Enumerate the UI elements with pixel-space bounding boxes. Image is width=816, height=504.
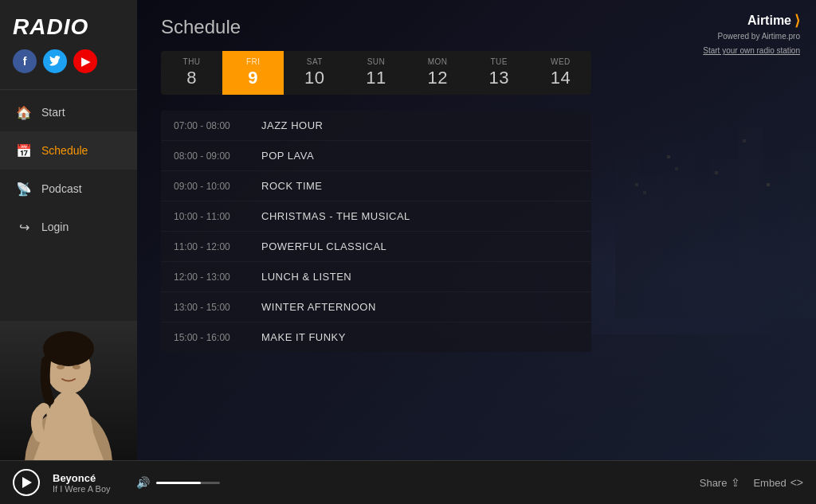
- facebook-button[interactable]: f: [13, 49, 37, 73]
- day-wed-num: 14: [551, 68, 571, 88]
- day-sat[interactable]: SAT 10: [284, 51, 345, 95]
- day-sun-name: SUN: [367, 57, 386, 66]
- show-time: 09:00 - 10:00: [174, 181, 261, 192]
- player-bar: Beyoncé If I Were A Boy 🔊 Share ⇪ Embed …: [0, 460, 816, 504]
- show-time: 13:00 - 15:00: [174, 302, 261, 313]
- airtime-promo: Airtime ⟩ Powered by Airtime.pro Start y…: [703, 12, 800, 57]
- show-time: 07:00 - 08:00: [174, 120, 261, 131]
- svg-point-6: [57, 365, 65, 369]
- day-sun[interactable]: SUN 11: [345, 51, 406, 95]
- schedule-row[interactable]: 09:00 - 10:00 ROCK TIME: [161, 171, 591, 201]
- show-name: JAZZ HOUR: [261, 119, 323, 131]
- share-label: Share: [700, 477, 728, 489]
- svg-point-7: [73, 365, 80, 369]
- day-wed[interactable]: WED 14: [530, 51, 591, 95]
- day-mon-num: 12: [427, 68, 447, 88]
- show-time: 08:00 - 09:00: [174, 150, 261, 162]
- show-time: 10:00 - 11:00: [174, 211, 261, 222]
- day-fri-num: 9: [248, 68, 258, 88]
- sidebar-item-schedule-label: Schedule: [41, 144, 88, 157]
- podcast-icon: 📡: [16, 181, 32, 197]
- sidebar-item-start-label: Start: [41, 106, 65, 119]
- artist-image: [0, 321, 137, 460]
- sidebar-item-podcast-label: Podcast: [41, 182, 82, 195]
- schedule-table: 07:00 - 08:00 JAZZ HOUR 08:00 - 09:00 PO…: [161, 111, 591, 352]
- day-fri-name: FRI: [246, 57, 261, 66]
- start-station-link[interactable]: Start your own radio station: [703, 46, 800, 55]
- calendar-icon: 📅: [16, 143, 32, 158]
- main-content: Airtime ⟩ Powered by Airtime.pro Start y…: [137, 0, 816, 460]
- volume-section: 🔊: [136, 476, 220, 489]
- show-name: POWERFUL CLASSICAL: [261, 240, 386, 252]
- volume-icon: 🔊: [136, 476, 150, 489]
- day-mon[interactable]: MON 12: [407, 51, 469, 95]
- youtube-button[interactable]: ▶: [73, 49, 97, 73]
- track-artist: Beyoncé: [53, 472, 111, 484]
- day-tue-name: TUE: [491, 57, 508, 66]
- day-sun-num: 11: [366, 68, 386, 88]
- sidebar-divider: [0, 89, 137, 90]
- schedule-title: Schedule: [161, 16, 792, 38]
- airtime-logo-text: Airtime: [747, 14, 791, 28]
- volume-fill: [156, 482, 201, 484]
- powered-text: Powered by Airtime.pro: [703, 31, 800, 42]
- content-inner: Airtime ⟩ Powered by Airtime.pro Start y…: [137, 0, 816, 460]
- schedule-row[interactable]: 07:00 - 08:00 JAZZ HOUR: [161, 111, 591, 141]
- play-button[interactable]: [13, 469, 40, 496]
- album-art: [0, 321, 137, 460]
- embed-icon: <>: [790, 476, 803, 489]
- home-icon: 🏠: [16, 104, 32, 120]
- show-name: ROCK TIME: [261, 180, 323, 192]
- day-thu-name: THU: [183, 57, 201, 66]
- sidebar-item-podcast[interactable]: 📡 Podcast: [0, 170, 137, 208]
- schedule-row[interactable]: 08:00 - 09:00 POP LAVA: [161, 141, 591, 171]
- airtime-arrow-icon: ⟩: [794, 12, 800, 29]
- embed-button[interactable]: Embed <>: [753, 476, 803, 489]
- schedule-row[interactable]: 15:00 - 16:00 MAKE IT FUNKY: [161, 322, 591, 352]
- day-sat-name: SAT: [307, 57, 323, 66]
- day-fri[interactable]: FRI 9: [222, 51, 284, 95]
- show-time: 11:00 - 12:00: [174, 241, 261, 252]
- share-icon: ⇪: [731, 476, 740, 489]
- sidebar-item-start[interactable]: 🏠 Start: [0, 93, 137, 131]
- day-wed-name: WED: [551, 57, 571, 66]
- show-name: WINTER AFTERNOON: [261, 301, 376, 313]
- sidebar-item-schedule[interactable]: 📅 Schedule: [0, 131, 137, 170]
- day-mon-name: MON: [428, 57, 448, 66]
- schedule-row[interactable]: 13:00 - 15:00 WINTER AFTERNOON: [161, 292, 591, 322]
- show-name: POP LAVA: [261, 150, 314, 162]
- show-name: MAKE IT FUNKY: [261, 331, 346, 343]
- track-title: If I Were A Boy: [53, 484, 111, 494]
- day-tue[interactable]: TUE 13: [469, 51, 530, 95]
- schedule-row[interactable]: 12:00 - 13:00 LUNCH & LISTEN: [161, 262, 591, 292]
- sidebar-item-login[interactable]: ↪ Login: [0, 208, 137, 246]
- airtime-logo: Airtime ⟩: [703, 12, 800, 29]
- sidebar-nav: 🏠 Start 📅 Schedule 📡 Podcast ↪ Login: [0, 93, 137, 246]
- day-thu[interactable]: THU 8: [161, 51, 222, 95]
- twitter-button[interactable]: [43, 49, 67, 73]
- volume-bar[interactable]: [156, 482, 220, 484]
- show-time: 12:00 - 13:00: [174, 272, 261, 283]
- logo: RADIO: [0, 0, 137, 49]
- embed-label: Embed: [753, 477, 786, 489]
- social-buttons: f ▶: [0, 49, 137, 86]
- schedule-row[interactable]: 11:00 - 12:00 POWERFUL CLASSICAL: [161, 232, 591, 262]
- sidebar-item-login-label: Login: [41, 221, 69, 233]
- play-icon: [22, 477, 32, 488]
- day-selector: THU 8 FRI 9 SAT 10 SUN 11 MON 12: [161, 51, 591, 95]
- sidebar: RADIO f ▶ 🏠 Start 📅 Schedule 📡 Podcast: [0, 0, 137, 460]
- day-thu-num: 8: [186, 68, 197, 88]
- share-button[interactable]: Share ⇪: [700, 476, 741, 489]
- show-name: LUNCH & LISTEN: [261, 271, 351, 283]
- schedule-row[interactable]: 10:00 - 11:00 CHRISTMAS - THE MUSICAL: [161, 201, 591, 232]
- day-tue-num: 13: [489, 68, 509, 88]
- login-icon: ↪: [16, 219, 32, 235]
- show-time: 15:00 - 16:00: [174, 332, 261, 343]
- day-sat-num: 10: [304, 68, 324, 88]
- player-actions: Share ⇪ Embed <>: [700, 476, 803, 489]
- show-name: CHRISTMAS - THE MUSICAL: [261, 210, 410, 222]
- track-info: Beyoncé If I Were A Boy: [53, 472, 111, 494]
